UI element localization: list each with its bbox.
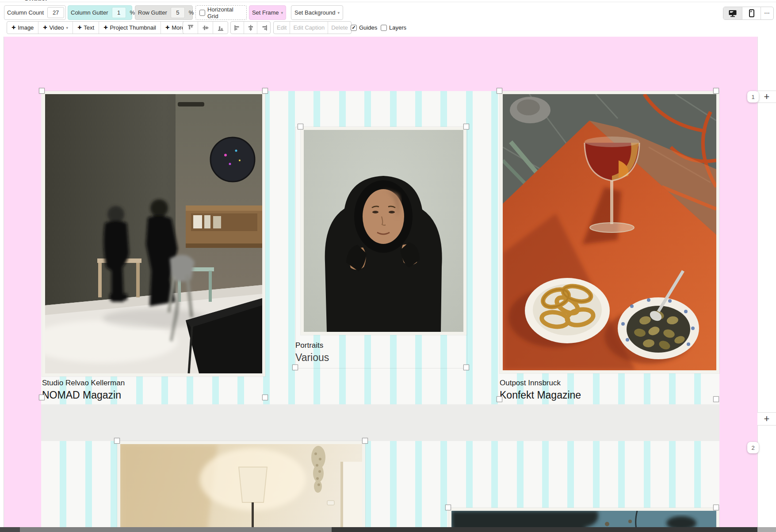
add-video-button[interactable]: ✚ Video ▾ (38, 22, 73, 34)
horizontal-grid-label: Horizontal Grid (207, 6, 243, 19)
project-caption-outpost[interactable]: Outpost Innsbruck Konfekt Magazine (500, 378, 719, 401)
mobile-icon (749, 9, 754, 17)
edit-caption-button[interactable]: Edit Caption (290, 22, 328, 34)
align-right-icon (260, 24, 268, 31)
selection-handle[interactable] (713, 88, 719, 94)
desktop-icon (728, 10, 737, 17)
page-number-badge[interactable]: 1 (747, 91, 759, 103)
row-gutter-label: Row Gutter (135, 9, 170, 16)
add-row-button[interactable]: + (757, 91, 776, 103)
selection-handle[interactable] (497, 396, 502, 402)
scrollbar-thumb[interactable] (332, 527, 757, 532)
page-canvas[interactable]: Studio Relvao Kellerman NOMAD Magazin (0, 37, 776, 527)
check-icon: ✓ (352, 25, 356, 30)
align-top-button[interactable] (183, 22, 198, 34)
set-frame-button[interactable]: Set Frame ▾ (249, 5, 286, 20)
horizontal-grid-toggle[interactable]: Horizontal Grid (195, 5, 247, 20)
add-text-button[interactable]: ✚ Text (73, 22, 99, 34)
chevron-down-icon: ▾ (66, 26, 69, 30)
align-middle-button[interactable] (198, 22, 213, 34)
align-center-button[interactable] (244, 22, 257, 34)
horizontal-scrollbar[interactable] (0, 527, 776, 532)
selection-handle[interactable] (39, 88, 45, 94)
column-count-input[interactable] (47, 7, 64, 18)
set-background-button[interactable]: Set Background ▾ (291, 5, 343, 20)
scrollbar-left-piece (0, 527, 20, 532)
selection-handle[interactable] (298, 124, 303, 129)
project-subtitle: Various (295, 351, 466, 364)
add-video-label: Video (50, 24, 64, 31)
plus-icon: ✚ (43, 25, 47, 30)
canvas-left-margin (0, 37, 4, 527)
align-right-button[interactable] (257, 22, 270, 34)
project-thumbnail-portraits[interactable] (301, 127, 466, 335)
more-options-button[interactable]: ••• (761, 7, 773, 19)
desktop-view-button[interactable] (723, 7, 742, 19)
selection-handle[interactable] (262, 88, 268, 94)
project-thumbnail-interior[interactable] (117, 441, 365, 527)
layers-checkbox[interactable] (381, 25, 387, 31)
page-number-badge[interactable]: 2 (747, 442, 759, 453)
selection-handle[interactable] (39, 395, 45, 400)
selection-handle[interactable] (463, 365, 469, 370)
add-row-button[interactable]: + (757, 412, 776, 426)
project-title: Outpost Innsbruck (500, 378, 719, 388)
project-caption-portraits[interactable]: Portraits Various (295, 340, 466, 364)
layers-toggle[interactable]: Layers (381, 21, 406, 34)
selection-handle[interactable] (497, 88, 502, 94)
column-count-label: Column Count (4, 9, 46, 16)
align-left-icon (234, 24, 241, 31)
column-count-cluster: Column Count (4, 5, 66, 20)
plus-icon: ✚ (11, 25, 15, 30)
edit-button[interactable]: Edit (274, 22, 290, 34)
gridder-editor: Gridder Column Count Column Gutter % Row… (0, 0, 776, 532)
scrollbar-end-piece (757, 527, 776, 532)
portrait-photo (304, 130, 463, 332)
delete-button[interactable]: Delete (328, 22, 351, 34)
selection-handle[interactable] (445, 505, 451, 510)
guides-checkbox[interactable]: ✓ (351, 25, 357, 31)
selection-handle[interactable] (713, 396, 719, 402)
edit-group: Edit Edit Caption Delete (273, 21, 352, 34)
aperitivo-photo (503, 94, 716, 370)
ellipsis-icon: ••• (765, 11, 770, 15)
set-frame-label: Set Frame (252, 9, 279, 16)
selection-handle[interactable] (262, 395, 268, 400)
project-thumbnail-trees[interactable] (448, 508, 719, 527)
add-project-thumbnail-button[interactable]: ✚ Project Thumbnail (99, 22, 161, 34)
vertical-align-group (183, 21, 228, 34)
row-gutter-band (41, 404, 719, 441)
column-gutter-input[interactable] (112, 7, 126, 18)
horizontal-align-group (230, 21, 271, 34)
project-caption-studio[interactable]: Studio Relvao Kellerman NOMAD Magazin (42, 378, 265, 401)
edit-caption-label: Edit Caption (293, 24, 325, 31)
align-center-icon (247, 24, 254, 31)
add-project-thumbnail-label: Project Thumbnail (110, 24, 156, 31)
column-gutter-cluster: Column Gutter % (68, 5, 132, 20)
row-gutter-input[interactable] (171, 7, 185, 18)
plus-icon: + (764, 413, 770, 425)
project-title: Studio Relvao Kellerman (42, 378, 265, 388)
plus-icon: ✚ (103, 25, 107, 30)
selection-handle[interactable] (292, 365, 298, 370)
selection-handle[interactable] (114, 438, 120, 444)
selection-handle[interactable] (463, 124, 469, 129)
mobile-view-button[interactable] (742, 7, 761, 19)
toolbar-area: Gridder Column Count Column Gutter % Row… (0, 0, 776, 37)
guides-toggle[interactable]: ✓ Guides (351, 21, 377, 34)
add-image-label: Image (18, 24, 34, 31)
add-image-button[interactable]: ✚ Image (7, 22, 38, 34)
project-thumbnail-studio[interactable] (42, 91, 265, 376)
align-bottom-button[interactable] (213, 22, 228, 34)
horizontal-grid-checkbox[interactable] (199, 10, 205, 16)
align-left-button[interactable] (231, 22, 244, 34)
project-thumbnail-outpost[interactable] (500, 91, 719, 373)
selection-handle[interactable] (713, 505, 719, 510)
project-subtitle: Konfekt Magazine (500, 389, 719, 401)
selection-handle[interactable] (362, 438, 368, 444)
layers-label: Layers (389, 24, 406, 31)
interior-photo (120, 444, 362, 527)
trees-photo (451, 511, 716, 527)
header-divider (0, 2, 776, 2)
delete-label: Delete (331, 24, 348, 31)
